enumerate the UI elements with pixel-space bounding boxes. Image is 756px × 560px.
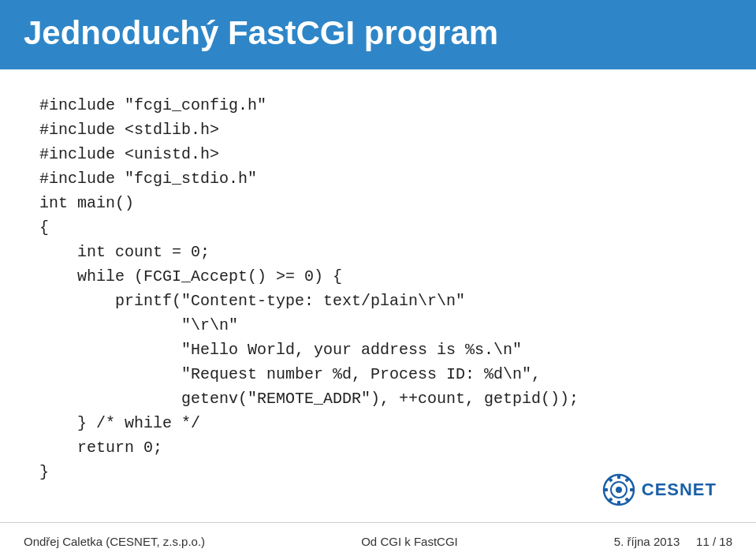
slide-footer: Ondřej Caletka (CESNET, z.s.p.o.) Od CGI… (0, 522, 756, 560)
svg-rect-8 (607, 497, 613, 502)
slide-header: Jednoduchý FastCGI program (0, 0, 756, 69)
cesnet-text: CESNET (642, 480, 717, 500)
footer-page: 11 / 18 (696, 535, 732, 548)
svg-rect-3 (603, 488, 608, 491)
svg-rect-5 (624, 476, 630, 482)
footer-subtitle: Od CGI k FastCGI (361, 535, 458, 548)
slide-title: Jednoduchý FastCGI program (24, 14, 732, 52)
svg-rect-6 (607, 476, 613, 482)
footer-page-info: 5. října 2013 11 / 18 (614, 535, 732, 548)
svg-rect-1 (617, 474, 620, 479)
footer-author: Ondřej Caletka (CESNET, z.s.p.o.) (24, 535, 205, 548)
cesnet-icon (602, 473, 635, 506)
slide-body: #include "fcgi_config.h" #include <stdli… (0, 69, 756, 522)
svg-rect-4 (630, 488, 635, 491)
svg-point-10 (616, 487, 622, 493)
svg-rect-7 (624, 497, 630, 502)
code-block: #include "fcgi_config.h" #include <stdli… (39, 93, 717, 484)
svg-rect-2 (617, 501, 620, 506)
cesnet-logo: CESNET (602, 473, 717, 506)
footer-date: 5. října 2013 (614, 535, 680, 548)
